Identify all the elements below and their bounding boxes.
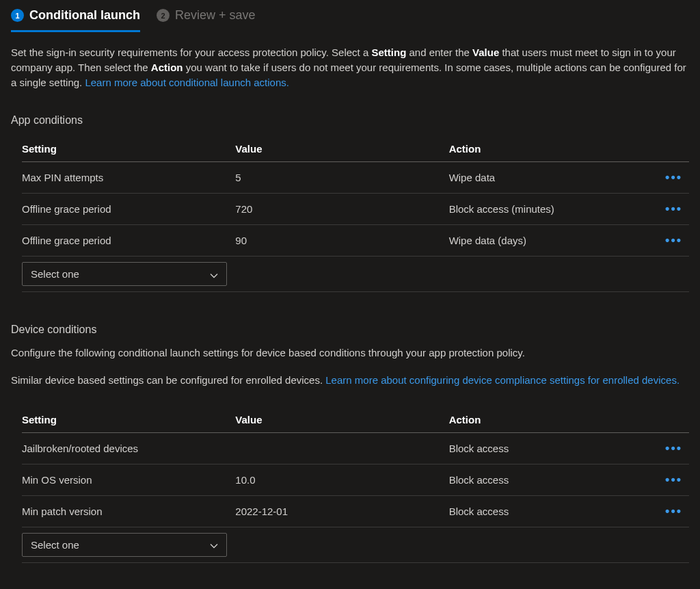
app-setting-select[interactable]: Select one: [22, 262, 227, 286]
more-options-icon[interactable]: •••: [665, 233, 685, 247]
table-row: Offline grace period 90 Wipe data (days)…: [22, 225, 689, 257]
cell-action: Wipe data (days): [449, 225, 649, 257]
tab-step-2-badge: 2: [157, 9, 170, 22]
header-setting: Setting: [22, 136, 235, 162]
select-placeholder: Select one: [31, 539, 79, 551]
header-setting: Setting: [22, 407, 235, 433]
device-conditions-subtitle: Configure the following conditional laun…: [11, 345, 689, 361]
tab-review-save[interactable]: 2 Review + save: [157, 8, 256, 32]
cell-value: 2022-12-01: [235, 495, 448, 527]
header-value: Value: [235, 407, 448, 433]
cell-setting: Jailbroken/rooted devices: [22, 432, 235, 464]
intro-text: Set the sign-in security requirements fo…: [11, 45, 689, 90]
table-row: Jailbroken/rooted devices Block access •…: [22, 432, 689, 464]
cell-value: [235, 432, 448, 464]
app-conditions-table: Setting Value Action Max PIN attempts 5 …: [22, 136, 689, 292]
device-conditions-table: Setting Value Action Jailbroken/rooted d…: [22, 407, 689, 563]
header-action: Action: [449, 407, 649, 433]
more-options-icon[interactable]: •••: [665, 504, 685, 518]
table-row-add: Select one: [22, 257, 689, 292]
tab-step-2-label: Review + save: [175, 8, 256, 23]
cell-setting: Min OS version: [22, 464, 235, 495]
cell-action: Block access: [449, 464, 649, 495]
device-conditions-note: Similar device based settings can be con…: [11, 373, 689, 388]
table-row: Min patch version 2022-12-01 Block acces…: [22, 495, 689, 527]
cell-value: 10.0: [235, 464, 448, 495]
table-row: Min OS version 10.0 Block access •••: [22, 464, 689, 495]
app-conditions-title: App conditions: [11, 114, 689, 127]
more-options-icon[interactable]: •••: [665, 170, 685, 184]
cell-value: 90: [235, 225, 448, 257]
table-row: Offline grace period 720 Block access (m…: [22, 194, 689, 225]
cell-action: Block access (minutes): [449, 194, 649, 225]
cell-setting: Offline grace period: [22, 194, 235, 225]
select-placeholder: Select one: [31, 268, 79, 280]
cell-value: 720: [235, 194, 448, 225]
cell-setting: Min patch version: [22, 495, 235, 527]
cell-action: Wipe data: [449, 162, 649, 194]
cell-value: 5: [235, 162, 448, 194]
header-value: Value: [235, 136, 448, 162]
table-row: Max PIN attempts 5 Wipe data •••: [22, 162, 689, 194]
tab-conditional-launch[interactable]: 1 Conditional launch: [11, 8, 140, 32]
chevron-down-icon: [210, 540, 218, 549]
main-content: Set the sign-in security requirements fo…: [0, 33, 700, 575]
more-options-icon[interactable]: •••: [665, 202, 685, 215]
more-options-icon[interactable]: •••: [665, 441, 685, 455]
learn-more-conditional-link[interactable]: Learn more about conditional launch acti…: [85, 77, 289, 88]
cell-action: Block access: [449, 432, 649, 464]
cell-setting: Offline grace period: [22, 225, 235, 257]
device-setting-select[interactable]: Select one: [22, 533, 227, 557]
device-conditions-title: Device conditions: [11, 324, 689, 336]
table-row-add: Select one: [22, 527, 689, 562]
header-action: Action: [449, 136, 649, 162]
cell-setting: Max PIN attempts: [22, 162, 235, 194]
chevron-down-icon: [210, 270, 218, 278]
learn-more-compliance-link[interactable]: Learn more about configuring device comp…: [325, 374, 679, 386]
cell-action: Block access: [449, 495, 649, 527]
tab-step-1-badge: 1: [11, 9, 24, 22]
more-options-icon[interactable]: •••: [665, 473, 685, 486]
tab-step-1-label: Conditional launch: [29, 8, 140, 23]
tab-bar: 1 Conditional launch 2 Review + save: [0, 0, 700, 33]
